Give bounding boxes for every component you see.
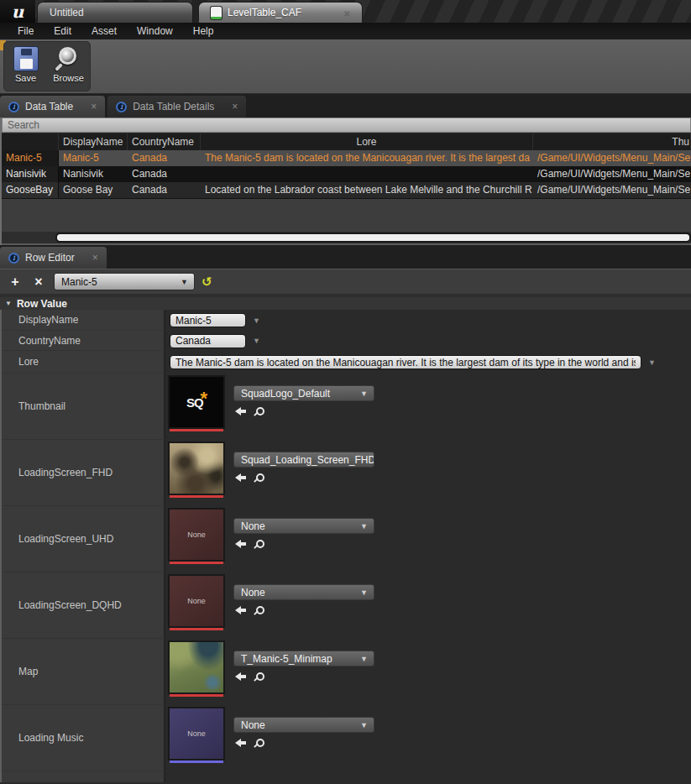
rename-reset-icon[interactable]: ↺	[202, 274, 212, 290]
datatable-asset-icon	[211, 7, 222, 19]
texture-asset-colorbar	[170, 560, 223, 564]
info-icon: i	[116, 102, 127, 112]
row-select-dropdown[interactable]: Manic-5 ▼	[54, 273, 195, 290]
thumbnail-asset-dropdown[interactable]: SquadLogo_Default ▼	[233, 385, 374, 401]
asset-thumbnail[interactable]	[170, 642, 223, 697]
row-name-cell: GooseBay	[2, 182, 59, 198]
browse-to-asset-icon[interactable]	[256, 473, 264, 482]
tab-row-editor[interactable]: i Row Editor ×	[0, 247, 107, 269]
lore-input[interactable]	[170, 355, 641, 369]
window-tab-label: LevelTable_CAF	[228, 7, 301, 18]
table-row-manic-5[interactable]: Manic-5 Manic-5 Canada The Manic-5 dam i…	[2, 150, 691, 166]
loadingscreen-fhd-asset-dropdown[interactable]: Squad_Loading_Screen_FHD ▼	[233, 452, 374, 468]
loadingscreen-dqhd-asset-dropdown[interactable]: None ▼	[233, 584, 374, 600]
scrollbar-thumb[interactable]	[57, 234, 689, 241]
save-floppy-icon	[13, 46, 39, 71]
asset-thumbnail[interactable]: None	[170, 576, 223, 630]
browse-to-asset-icon[interactable]	[256, 540, 264, 548]
country-cell: Canada	[128, 166, 201, 182]
add-row-button[interactable]: +	[7, 275, 24, 289]
lore-cell	[201, 166, 533, 182]
column-header-displayname[interactable]: DisplayName	[59, 133, 128, 150]
column-header-rowname[interactable]	[2, 133, 59, 150]
tab-data-table[interactable]: i Data Table ×	[0, 96, 105, 118]
window-tab-leveltable-caf[interactable]: LevelTable_CAF ×	[198, 2, 363, 23]
asset-thumbnail[interactable]: SQ*	[170, 377, 223, 431]
property-row-thumbnail: Thumbnail SQ* SquadLogo_Default ▼	[2, 374, 691, 440]
loading-music-asset-dropdown[interactable]: None ▼	[233, 717, 374, 733]
asset-dropdown-value: None	[241, 587, 265, 598]
asset-thumbnail[interactable]	[170, 443, 223, 498]
thumbnail-path-cell: /Game/UI/Widgets/Menu_Main/Se	[533, 166, 691, 182]
browse-button-label: Browse	[53, 73, 84, 83]
use-selected-asset-icon[interactable]	[235, 672, 246, 681]
save-button[interactable]: Save	[9, 46, 42, 83]
chevron-down-icon: ▼	[354, 522, 374, 531]
asset-thumbnail[interactable]: None	[170, 708, 223, 763]
property-row-displayname: DisplayName ▼	[2, 310, 691, 331]
property-label: DisplayName	[2, 310, 165, 331]
window-tab-untitled[interactable]: Untitled	[37, 2, 193, 23]
column-header-countryname[interactable]: CountryName	[128, 133, 201, 150]
browse-to-asset-icon[interactable]	[256, 407, 264, 416]
titlebar: u Untitled LevelTable_CAF ×	[0, 0, 691, 23]
use-selected-asset-icon[interactable]	[235, 473, 246, 482]
menu-help[interactable]: Help	[184, 25, 223, 37]
use-selected-asset-icon[interactable]	[235, 540, 246, 548]
search-input[interactable]	[2, 118, 691, 133]
browse-to-asset-icon[interactable]	[256, 606, 264, 614]
menubar: File Edit Asset Window Help	[0, 23, 691, 39]
table-row-nanisivik[interactable]: Nanisivik Nanisivik Canada /Game/UI/Widg…	[2, 166, 691, 182]
property-label: Loading Music	[2, 705, 165, 771]
use-selected-asset-icon[interactable]	[235, 407, 246, 416]
property-label: LoadingScreen_FHD	[2, 440, 165, 506]
property-row-countryname: CountryName ▼	[2, 331, 691, 351]
table-row-goosebay[interactable]: GooseBay Goose Bay Canada Located on the…	[2, 182, 691, 198]
chevron-down-icon: ▼	[354, 389, 374, 398]
property-label: Lore	[2, 351, 165, 374]
asset-dropdown-value: None	[241, 520, 265, 532]
close-icon[interactable]: ×	[232, 102, 238, 112]
toolbar: Save Browse	[0, 39, 691, 94]
squad-logo-star-icon: *	[201, 388, 207, 410]
tab-data-table-details[interactable]: i Data Table Details ×	[107, 96, 246, 118]
asset-thumbnail[interactable]: None	[170, 510, 223, 564]
column-header-thumbnail[interactable]: Thu	[533, 133, 691, 150]
chevron-down-icon[interactable]: ▼	[253, 337, 260, 345]
use-selected-asset-icon[interactable]	[235, 606, 246, 614]
menu-asset[interactable]: Asset	[82, 25, 126, 37]
sound-asset-colorbar	[170, 759, 223, 763]
asset-dropdown-value: T_Manic-5_Minimap	[241, 653, 332, 665]
use-selected-asset-icon[interactable]	[235, 739, 246, 747]
close-icon[interactable]: ×	[91, 102, 97, 112]
countryname-input[interactable]	[170, 334, 246, 348]
menu-window[interactable]: Window	[128, 25, 182, 37]
horizontal-scrollbar[interactable]	[2, 232, 691, 245]
chevron-down-icon: ▼	[354, 588, 374, 597]
map-asset-dropdown[interactable]: T_Manic-5_Minimap ▼	[233, 651, 374, 666]
chevron-down-icon[interactable]: ▼	[253, 316, 260, 325]
thumbnail-path-cell: /Game/UI/Widgets/Menu_Main/Se	[533, 182, 691, 198]
delete-row-button[interactable]: ×	[30, 275, 47, 289]
menu-edit[interactable]: Edit	[44, 25, 81, 37]
asset-dropdown-value: SquadLogo_Default	[241, 388, 330, 400]
browse-magnifier-icon	[56, 46, 81, 71]
row-value-section-header[interactable]: ▼ Row Value	[0, 294, 691, 310]
close-icon[interactable]: ×	[92, 253, 98, 263]
row-editor-tab-strip: i Row Editor ×	[0, 245, 691, 269]
data-table-panel: DisplayName CountryName Lore Thu Manic-5…	[0, 118, 691, 245]
tab-label: Row Editor	[25, 252, 75, 264]
property-row-map: Map T_Manic-5_Minimap ▼	[2, 639, 691, 705]
loadingscreen-uhd-asset-dropdown[interactable]: None ▼	[233, 518, 374, 534]
displayname-input[interactable]	[170, 313, 246, 327]
browse-to-asset-icon[interactable]	[256, 739, 264, 747]
chevron-down-icon[interactable]: ▼	[648, 358, 656, 367]
chevron-down-icon: ▼	[354, 655, 374, 663]
display-name-cell: Nanisivik	[59, 166, 128, 182]
unreal-editor-window: u Untitled LevelTable_CAF × File Edit As…	[0, 0, 691, 784]
column-header-lore[interactable]: Lore	[201, 133, 533, 150]
browse-button[interactable]: Browse	[52, 46, 85, 83]
browse-to-asset-icon[interactable]	[256, 672, 264, 681]
close-icon[interactable]: ×	[343, 8, 350, 18]
menu-file[interactable]: File	[8, 25, 43, 37]
